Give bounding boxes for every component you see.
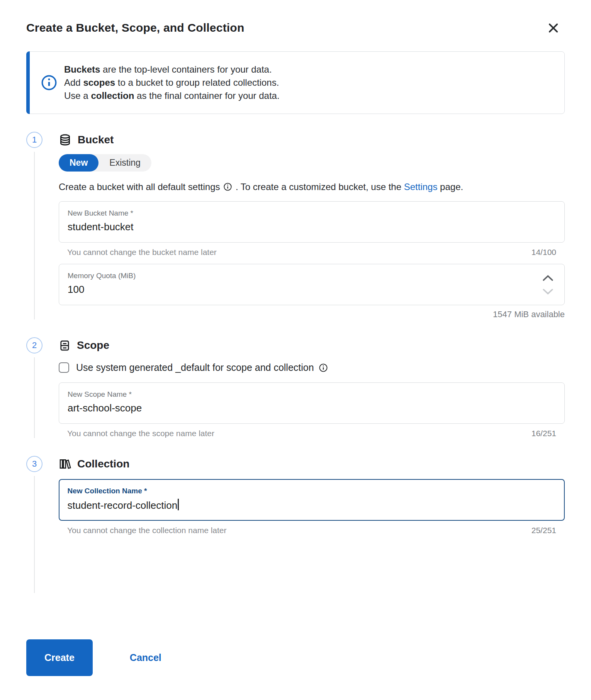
new-bucket-name-input[interactable] [68,221,556,233]
new-collection-name-label: New Collection Name * [68,487,556,495]
create-button[interactable]: Create [26,639,93,676]
bucket-name-helper: You cannot change the bucket name later [67,248,217,257]
collection-name-helper-row: You cannot change the collection name la… [59,526,565,535]
new-bucket-name-label: New Bucket Name * [68,209,556,217]
toggle-existing[interactable]: Existing [98,154,151,172]
create-bucket-dialog: Create a Bucket, Scope, and Collection B… [0,0,591,700]
info-banner: Buckets are the top-level containers for… [26,51,565,114]
scope-name-helper: You cannot change the scope name later [67,429,214,438]
toggle-new[interactable]: New [59,154,98,172]
memory-quota-label: Memory Quota (MiB) [68,272,556,280]
scope-title: Scope [77,339,109,352]
banner-line-buckets: Buckets are the top-level containers for… [64,63,553,76]
scope-heading: Scope [59,337,565,353]
new-bucket-name-field[interactable]: New Bucket Name * [59,201,565,243]
chevron-up-icon [542,277,554,282]
close-button[interactable] [547,22,559,34]
collection-name-helper: You cannot change the collection name la… [67,526,227,535]
bucket-name-counter: 14/100 [532,248,556,257]
scope-name-helper-row: You cannot change the scope name later 1… [59,429,565,438]
cancel-button[interactable]: Cancel [130,652,161,663]
step-connector-line [34,152,35,319]
default-scope-checkbox[interactable] [59,362,69,373]
step-collection: 3 Collection New Collection Name * stude… [26,456,565,593]
step-number-3: 3 [26,456,42,472]
step-number-2: 2 [26,337,42,353]
drawer-icon [59,340,71,352]
banner-line-collections: Use a collection as the final container … [64,89,553,102]
banner-line-scopes: Add scopes to a bucket to group related … [64,76,553,89]
memory-quota-stepper [542,264,554,305]
memory-available-text: 1547 MiB available [59,309,565,319]
step-scope-rail: 2 [26,337,42,438]
dialog-title: Create a Bucket, Scope, and Collection [26,21,244,34]
bucket-heading: Bucket [59,132,565,148]
default-scope-checkbox-label: Use system generated _default for scope … [76,362,314,373]
scope-name-counter: 16/251 [532,429,556,438]
bucket-description: Create a bucket with all default setting… [59,181,565,194]
new-scope-name-input[interactable] [68,402,556,414]
dialog-footer: Create Cancel [26,639,565,676]
new-scope-name-field[interactable]: New Scope Name * [59,382,565,424]
chevron-down-icon [542,290,554,296]
step-scope: 2 Scope Use system generated _default fo… [26,337,565,438]
default-scope-info-icon[interactable] [319,363,328,372]
new-collection-name-input[interactable]: student-record-collection [68,499,556,511]
info-icon [41,74,58,91]
default-settings-info-icon[interactable] [221,183,235,193]
text-cursor [178,499,179,510]
memory-quota-field[interactable]: Memory Quota (MiB) [59,264,565,305]
step-connector-line [34,357,35,438]
bucket-type-toggle: New Existing [59,154,151,172]
collection-title: Collection [77,458,129,470]
new-collection-name-field[interactable]: New Collection Name * student-record-col… [59,479,565,521]
database-icon [59,134,71,146]
step-connector-line [34,476,35,593]
step-collection-rail: 3 [26,456,42,593]
quota-increment-button[interactable] [542,274,554,282]
close-icon [547,29,559,35]
step-bucket: 1 Bucket New Existing Create a bucket wi… [26,132,565,319]
default-scope-checkbox-row: Use system generated _default for scope … [59,362,565,373]
memory-quota-input[interactable] [68,284,458,296]
new-scope-name-label: New Scope Name * [68,390,556,399]
step-number-1: 1 [26,132,42,148]
bucket-name-helper-row: You cannot change the bucket name later … [59,248,565,257]
step-bucket-rail: 1 [26,132,42,319]
quota-decrement-button[interactable] [542,287,554,296]
dialog-header: Create a Bucket, Scope, and Collection [26,21,565,34]
bucket-title: Bucket [78,134,114,146]
collection-name-counter: 25/251 [532,526,556,535]
collection-heading: Collection [59,456,565,472]
books-icon [59,458,71,470]
settings-link[interactable]: Settings [404,182,438,192]
